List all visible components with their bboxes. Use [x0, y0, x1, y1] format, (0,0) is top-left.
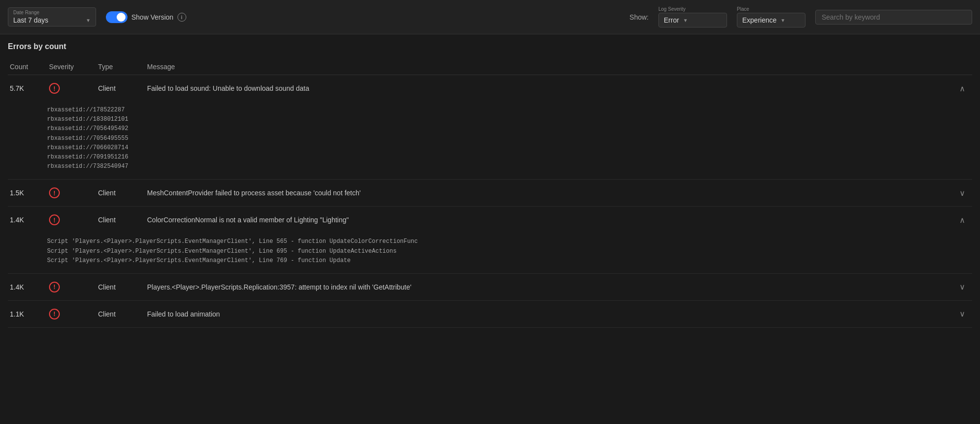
chevron-up-icon: [959, 215, 965, 225]
table-row-group: 1.4K!ClientColorCorrectionNormal is not …: [8, 207, 972, 274]
place-dropdown-wrapper: Place Experience ▼: [737, 6, 805, 27]
error-severity-icon: !: [49, 309, 60, 319]
message-cell: ColorCorrectionNormal is not a valid mem…: [145, 216, 953, 224]
severity-cell: !: [47, 83, 96, 94]
log-severity-dropdown[interactable]: Error ▼: [658, 13, 727, 27]
detail-line: Script 'Players.<Player>.PlayerScripts.E…: [47, 256, 972, 265]
show-version-toggle-group: Show Version i: [106, 11, 186, 23]
col-header-count: Count: [8, 63, 47, 71]
search-input-wrapper: [815, 10, 972, 25]
show-version-toggle[interactable]: [106, 11, 127, 23]
place-field-label: Place: [737, 6, 805, 12]
chevron-down-icon: ▼: [86, 18, 91, 23]
show-version-label: Show Version: [131, 13, 174, 21]
expand-button[interactable]: [953, 282, 972, 292]
type-cell: Client: [96, 84, 145, 92]
count-cell: 5.7K: [8, 84, 47, 92]
message-cell: Players.<Player>.PlayerScripts.Replicati…: [145, 283, 953, 291]
error-severity-icon: !: [49, 282, 60, 292]
severity-cell: !: [47, 282, 96, 292]
table-row[interactable]: 5.7K!ClientFailed to load sound: Unable …: [8, 75, 972, 102]
detail-line: rbxassetid://7382540947: [47, 162, 972, 171]
detail-line: rbxassetid://7056495555: [47, 134, 972, 143]
count-cell: 1.1K: [8, 310, 47, 318]
severity-cell: !: [47, 187, 96, 198]
col-header-message: Message: [145, 63, 953, 71]
detail-line: rbxassetid://178522287: [47, 106, 972, 115]
type-cell: Client: [96, 310, 145, 318]
date-range-dropdown[interactable]: Date Range Last 7 days ▼: [8, 7, 96, 26]
severity-cell: !: [47, 214, 96, 225]
col-header-expand: [953, 63, 972, 71]
error-severity-icon: !: [49, 187, 60, 198]
col-header-severity: Severity: [47, 63, 96, 71]
expanded-detail: rbxassetid://178522287rbxassetid://18380…: [8, 102, 972, 179]
date-range-label: Date Range: [13, 10, 91, 15]
message-cell: MeshContentProvider failed to process as…: [145, 189, 953, 197]
table-row[interactable]: 1.1K!ClientFailed to load animation: [8, 301, 972, 327]
count-cell: 1.4K: [8, 283, 47, 291]
date-range-value: Last 7 days ▼: [13, 16, 91, 24]
expand-button[interactable]: [953, 188, 972, 198]
chevron-down-icon: [959, 188, 965, 198]
count-cell: 1.4K: [8, 216, 47, 224]
message-cell: Failed to load animation: [145, 310, 953, 318]
place-chevron-icon: ▼: [780, 18, 785, 23]
place-value: Experience: [742, 16, 777, 24]
detail-line: rbxassetid://1838012101: [47, 115, 972, 124]
count-cell: 1.5K: [8, 189, 47, 197]
detail-line: Script 'Players.<Player>.PlayerScripts.E…: [47, 247, 972, 256]
error-severity-icon: !: [49, 83, 60, 94]
topbar: Date Range Last 7 days ▼ Show Version i …: [0, 0, 980, 34]
chevron-down-icon: [959, 282, 965, 292]
table-row[interactable]: 1.4K!ClientPlayers.<Player>.PlayerScript…: [8, 274, 972, 300]
detail-line: rbxassetid://7091951216: [47, 153, 972, 162]
expand-button[interactable]: [953, 309, 972, 318]
chevron-down-icon: [959, 309, 965, 318]
table-body: 5.7K!ClientFailed to load sound: Unable …: [8, 75, 972, 328]
type-cell: Client: [96, 216, 145, 224]
col-header-type: Type: [96, 63, 145, 71]
main-content: Errors by count Count Severity Type Mess…: [0, 34, 980, 328]
type-cell: Client: [96, 189, 145, 197]
expanded-detail: Script 'Players.<Player>.PlayerScripts.E…: [8, 233, 972, 273]
table-row[interactable]: 1.5K!ClientMeshContentProvider failed to…: [8, 180, 972, 206]
table-row-group: 1.5K!ClientMeshContentProvider failed to…: [8, 180, 972, 207]
table-row-group: 1.4K!ClientPlayers.<Player>.PlayerScript…: [8, 274, 972, 301]
info-icon[interactable]: i: [177, 13, 186, 22]
table-row-group: 1.1K!ClientFailed to load animation: [8, 301, 972, 328]
log-severity-field-label: Log Severity: [658, 6, 727, 12]
detail-line: rbxassetid://7056495492: [47, 124, 972, 133]
collapse-button[interactable]: [953, 215, 972, 225]
error-severity-icon: !: [49, 214, 60, 225]
table-row[interactable]: 1.4K!ClientColorCorrectionNormal is not …: [8, 207, 972, 233]
table-header: Count Severity Type Message: [8, 59, 972, 75]
message-cell: Failed to load sound: Unable to download…: [145, 84, 953, 92]
collapse-button[interactable]: [953, 84, 972, 93]
search-input[interactable]: [822, 13, 966, 21]
log-severity-value: Error: [664, 16, 679, 24]
type-cell: Client: [96, 283, 145, 291]
log-severity-dropdown-wrapper: Log Severity Error ▼: [658, 6, 727, 27]
detail-line: rbxassetid://7066028714: [47, 143, 972, 153]
chevron-up-icon: [959, 84, 965, 93]
table-row-group: 5.7K!ClientFailed to load sound: Unable …: [8, 75, 972, 180]
detail-line: Script 'Players.<Player>.PlayerScripts.E…: [47, 237, 972, 246]
show-label: Show:: [629, 13, 649, 21]
severity-cell: !: [47, 309, 96, 319]
section-title: Errors by count: [8, 42, 972, 51]
log-severity-chevron-icon: ▼: [683, 18, 688, 23]
place-dropdown[interactable]: Experience ▼: [737, 13, 805, 27]
